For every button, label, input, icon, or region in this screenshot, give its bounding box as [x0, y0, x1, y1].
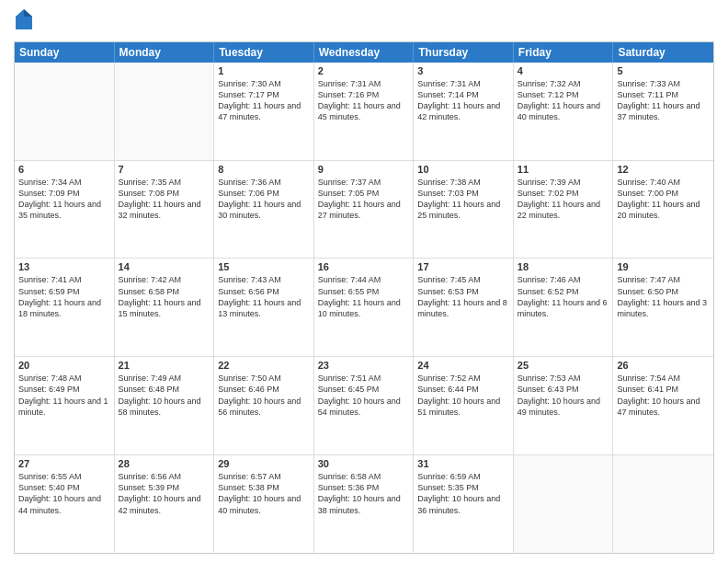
day-number: 5	[617, 65, 710, 76]
calendar-empty-cell	[15, 63, 115, 160]
day-info: Sunrise: 7:41 AM Sunset: 6:59 PM Dayligh…	[18, 274, 110, 319]
day-number: 15	[218, 261, 310, 272]
day-number: 8	[218, 164, 310, 175]
day-info: Sunrise: 7:40 AM Sunset: 7:00 PM Dayligh…	[617, 177, 710, 222]
calendar-day-3: 3Sunrise: 7:31 AM Sunset: 7:14 PM Daylig…	[414, 63, 514, 160]
day-info: Sunrise: 7:50 AM Sunset: 6:46 PM Dayligh…	[218, 373, 310, 418]
calendar-day-22: 22Sunrise: 7:50 AM Sunset: 6:46 PM Dayli…	[214, 357, 314, 454]
day-info: Sunrise: 6:58 AM Sunset: 5:36 PM Dayligh…	[318, 471, 410, 516]
calendar-day-21: 21Sunrise: 7:49 AM Sunset: 6:48 PM Dayli…	[115, 357, 215, 454]
day-number: 21	[119, 360, 210, 371]
day-info: Sunrise: 7:31 AM Sunset: 7:14 PM Dayligh…	[417, 78, 509, 123]
calendar-day-27: 27Sunrise: 6:55 AM Sunset: 5:40 PM Dayli…	[15, 455, 115, 553]
day-number: 29	[218, 458, 310, 469]
day-number: 11	[518, 164, 609, 175]
day-info: Sunrise: 7:39 AM Sunset: 7:02 PM Dayligh…	[518, 177, 609, 222]
day-number: 28	[119, 458, 210, 469]
day-info: Sunrise: 7:53 AM Sunset: 6:43 PM Dayligh…	[518, 373, 609, 418]
day-number: 20	[18, 360, 110, 371]
calendar-empty-cell	[514, 455, 614, 553]
calendar-day-19: 19Sunrise: 7:47 AM Sunset: 6:50 PM Dayli…	[613, 259, 713, 356]
calendar-empty-cell	[613, 455, 713, 553]
day-info: Sunrise: 7:30 AM Sunset: 7:17 PM Dayligh…	[218, 78, 310, 123]
day-number: 26	[617, 360, 710, 371]
calendar-day-16: 16Sunrise: 7:44 AM Sunset: 6:55 PM Dayli…	[314, 259, 415, 356]
day-number: 25	[518, 360, 609, 371]
day-info: Sunrise: 7:34 AM Sunset: 7:09 PM Dayligh…	[18, 177, 110, 222]
calendar-day-26: 26Sunrise: 7:54 AM Sunset: 6:41 PM Dayli…	[613, 357, 713, 454]
calendar-day-6: 6Sunrise: 7:34 AM Sunset: 7:09 PM Daylig…	[15, 161, 115, 259]
day-number: 13	[18, 261, 110, 272]
day-info: Sunrise: 6:55 AM Sunset: 5:40 PM Dayligh…	[18, 471, 110, 516]
day-info: Sunrise: 7:54 AM Sunset: 6:41 PM Dayligh…	[617, 373, 710, 418]
calendar-day-11: 11Sunrise: 7:39 AM Sunset: 7:02 PM Dayli…	[514, 161, 614, 259]
calendar-day-15: 15Sunrise: 7:43 AM Sunset: 6:56 PM Dayli…	[214, 259, 314, 356]
day-number: 16	[318, 261, 410, 272]
day-number: 31	[417, 458, 509, 469]
day-number: 30	[318, 458, 410, 469]
day-info: Sunrise: 7:37 AM Sunset: 7:05 PM Dayligh…	[318, 177, 410, 222]
day-info: Sunrise: 7:44 AM Sunset: 6:55 PM Dayligh…	[318, 274, 410, 319]
calendar-empty-cell	[115, 63, 215, 160]
day-info: Sunrise: 7:45 AM Sunset: 6:53 PM Dayligh…	[417, 274, 509, 319]
weekday-header-sunday: Sunday	[15, 42, 115, 63]
calendar-day-28: 28Sunrise: 6:56 AM Sunset: 5:39 PM Dayli…	[115, 455, 215, 553]
calendar-day-20: 20Sunrise: 7:48 AM Sunset: 6:49 PM Dayli…	[15, 357, 115, 454]
calendar: SundayMondayTuesdayWednesdayThursdayFrid…	[14, 41, 714, 554]
header	[14, 9, 714, 34]
logo-icon	[16, 9, 32, 29]
day-number: 19	[617, 261, 710, 272]
day-number: 2	[318, 65, 410, 76]
day-info: Sunrise: 7:33 AM Sunset: 7:11 PM Dayligh…	[617, 78, 710, 123]
calendar-day-31: 31Sunrise: 6:59 AM Sunset: 5:35 PM Dayli…	[414, 455, 514, 553]
day-info: Sunrise: 7:38 AM Sunset: 7:03 PM Dayligh…	[417, 177, 509, 222]
day-info: Sunrise: 7:48 AM Sunset: 6:49 PM Dayligh…	[18, 373, 110, 418]
day-number: 22	[218, 360, 310, 371]
day-number: 27	[18, 458, 110, 469]
weekday-header-monday: Monday	[115, 42, 215, 63]
day-number: 23	[318, 360, 410, 371]
calendar-day-14: 14Sunrise: 7:42 AM Sunset: 6:58 PM Dayli…	[115, 259, 215, 356]
calendar-day-23: 23Sunrise: 7:51 AM Sunset: 6:45 PM Dayli…	[314, 357, 415, 454]
calendar-day-7: 7Sunrise: 7:35 AM Sunset: 7:08 PM Daylig…	[115, 161, 215, 259]
calendar-day-1: 1Sunrise: 7:30 AM Sunset: 7:17 PM Daylig…	[214, 63, 314, 160]
page: SundayMondayTuesdayWednesdayThursdayFrid…	[0, 0, 728, 563]
day-number: 14	[119, 261, 210, 272]
day-number: 9	[318, 164, 410, 175]
day-info: Sunrise: 7:49 AM Sunset: 6:48 PM Dayligh…	[119, 373, 210, 418]
weekday-header-tuesday: Tuesday	[214, 42, 314, 63]
calendar-day-29: 29Sunrise: 6:57 AM Sunset: 5:38 PM Dayli…	[214, 455, 314, 553]
calendar-day-17: 17Sunrise: 7:45 AM Sunset: 6:53 PM Dayli…	[414, 259, 514, 356]
day-number: 18	[518, 261, 609, 272]
calendar-day-13: 13Sunrise: 7:41 AM Sunset: 6:59 PM Dayli…	[15, 259, 115, 356]
svg-marker-1	[24, 9, 32, 17]
day-info: Sunrise: 7:43 AM Sunset: 6:56 PM Dayligh…	[218, 274, 310, 319]
calendar-day-18: 18Sunrise: 7:46 AM Sunset: 6:52 PM Dayli…	[514, 259, 614, 356]
day-info: Sunrise: 7:31 AM Sunset: 7:16 PM Dayligh…	[318, 78, 410, 123]
calendar-day-5: 5Sunrise: 7:33 AM Sunset: 7:11 PM Daylig…	[613, 63, 713, 160]
calendar-day-9: 9Sunrise: 7:37 AM Sunset: 7:05 PM Daylig…	[314, 161, 415, 259]
day-info: Sunrise: 6:57 AM Sunset: 5:38 PM Dayligh…	[218, 471, 310, 516]
calendar-day-30: 30Sunrise: 6:58 AM Sunset: 5:36 PM Dayli…	[314, 455, 415, 553]
day-number: 17	[417, 261, 509, 272]
day-number: 1	[218, 65, 310, 76]
day-number: 6	[18, 164, 110, 175]
day-number: 3	[417, 65, 509, 76]
calendar-body: 1Sunrise: 7:30 AM Sunset: 7:17 PM Daylig…	[15, 63, 713, 553]
calendar-header: SundayMondayTuesdayWednesdayThursdayFrid…	[15, 42, 713, 63]
day-number: 12	[617, 164, 710, 175]
day-number: 24	[417, 360, 509, 371]
day-info: Sunrise: 7:47 AM Sunset: 6:50 PM Dayligh…	[617, 274, 710, 319]
calendar-week-1: 1Sunrise: 7:30 AM Sunset: 7:17 PM Daylig…	[15, 63, 713, 161]
logo-text	[14, 9, 32, 34]
day-number: 7	[119, 164, 210, 175]
day-info: Sunrise: 7:42 AM Sunset: 6:58 PM Dayligh…	[119, 274, 210, 319]
calendar-week-3: 13Sunrise: 7:41 AM Sunset: 6:59 PM Dayli…	[15, 259, 713, 357]
weekday-header-friday: Friday	[514, 42, 614, 63]
day-info: Sunrise: 7:51 AM Sunset: 6:45 PM Dayligh…	[318, 373, 410, 418]
calendar-day-24: 24Sunrise: 7:52 AM Sunset: 6:44 PM Dayli…	[414, 357, 514, 454]
calendar-day-25: 25Sunrise: 7:53 AM Sunset: 6:43 PM Dayli…	[514, 357, 614, 454]
day-info: Sunrise: 7:32 AM Sunset: 7:12 PM Dayligh…	[518, 78, 609, 123]
weekday-header-thursday: Thursday	[414, 42, 514, 63]
day-info: Sunrise: 7:35 AM Sunset: 7:08 PM Dayligh…	[119, 177, 210, 222]
